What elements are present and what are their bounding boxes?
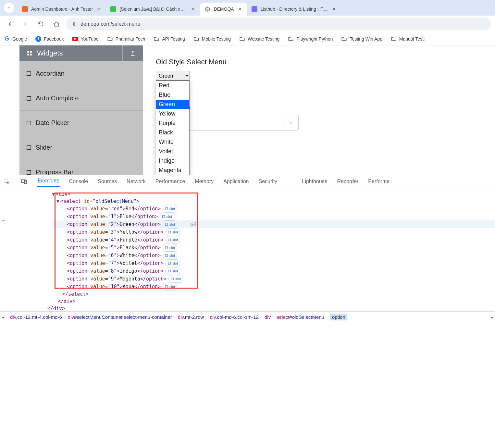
page-viewport: Widgets Accordian Auto Complete Date Pic… [0,45,495,175]
slot-badge[interactable]: slot [166,228,180,236]
bookmark-mobile testing[interactable]: Mobile Testing [193,36,231,42]
sidebar-item-label: Date Picker [36,119,69,127]
old-select-dropdown[interactable]: RedBlueGreenYellowPurpleBlackWhiteVoilet… [156,81,190,175]
sidebar-item-progress bar[interactable]: Progress Bar [19,160,143,175]
device-toolbar-icon[interactable] [19,177,29,186]
devtools-breadcrumbs[interactable]: ◂ div.col-12.mt-4.col-md-6div#selectMenu… [0,311,495,322]
slot-badge[interactable]: slot [163,283,177,291]
close-tab-icon[interactable]: ✕ [190,6,195,12]
bookmark-manual testi[interactable]: Manual Testi [391,36,425,42]
bookmark-label: API Testing [162,36,185,42]
svg-rect-11 [166,208,168,210]
bookmark-testing win app[interactable]: Testing Win App [341,36,382,42]
breadcrumb-4[interactable]: div [265,314,271,320]
breadcrumb-0[interactable]: div.col-12.mt-4.col-md-6 [10,314,62,320]
slot-badge[interactable]: slot [163,244,177,252]
bookmark-youtube[interactable]: YouTube [72,36,99,42]
inspect-element-icon[interactable] [2,177,11,186]
devtools-tab-application[interactable]: Application [223,176,249,187]
sidebar-item-slider[interactable]: Slider [19,135,143,160]
tabs-overflow-button[interactable] [4,3,14,13]
bookmark-google[interactable]: G Google [4,36,27,42]
bookmark-facebook[interactable]: f Facebook [35,36,64,42]
bookmark-api testing[interactable]: API Testing [154,36,185,42]
elements-tree[interactable]: ⋯ ▼<div>▼<select id="oldSelectMenu"> <op… [0,188,495,311]
sidebar-item-label: Accordian [36,70,65,77]
sidebar-item-label: Slider [36,144,52,151]
browser-tab-3[interactable]: Listhub - Directory & Listing HTML5 T ✕ [247,3,341,16]
devtools-tab-performa[interactable]: Performa [367,176,390,187]
devtools-tab-memory[interactable]: Memory [194,176,214,187]
old-select-element[interactable]: Green [156,71,190,81]
slot-badge[interactable]: slot [166,259,180,267]
sidebar-item-accordian[interactable]: Accordian [19,61,143,86]
slot-badge[interactable]: slot [168,275,183,283]
option-green[interactable]: Green [156,100,189,109]
sidebar-item-auto complete[interactable]: Auto Complete [19,86,143,110]
breadcrumb-6[interactable]: option [330,314,347,320]
sidebar-header-widgets[interactable]: Widgets [19,45,143,61]
folder-icon [391,36,397,42]
home-button[interactable] [51,18,62,30]
svg-rect-6 [27,54,29,56]
slot-badge[interactable]: slot [166,267,180,275]
devtools-tab-performance[interactable]: Performance [155,176,186,187]
export-icon[interactable] [122,45,136,61]
old-select-menu[interactable]: Green RedBlueGreenYellowPurpleBlackWhite… [156,71,190,81]
square-icon [27,145,31,150]
back-button[interactable] [4,18,16,30]
crumb-scroll-left[interactable]: ◂ [2,315,4,320]
breadcrumb-3[interactable]: div.col-md-6.col-sm-12 [210,314,259,320]
youtube-icon [72,36,78,42]
option-white[interactable]: White [156,137,189,147]
breadcrumb-2[interactable]: div.mt-2.row [178,314,204,320]
slot-badge[interactable]: slot [163,220,177,228]
option-yellow[interactable]: Yellow [156,109,189,118]
browser-tab-0[interactable]: Admin Dashboard - Anh Tester ✕ [18,3,106,16]
forward-button[interactable] [19,18,31,30]
sidebar-item-date picker[interactable]: Date Picker [19,110,143,135]
address-bar[interactable]: demoqa.com/select-menu [66,18,491,30]
bookmark-website testing[interactable]: Website Testing [239,36,279,42]
separator [283,119,283,127]
main-content: Old Style Select Menu Green RedBlueGreen… [143,45,476,175]
bookmark-phamiliar tech[interactable]: Phamiliar Tech [107,36,145,42]
option-indigo[interactable]: Indigo [156,156,189,166]
breadcrumb-5[interactable]: select#oldSelectMenu [277,314,324,320]
option-purple[interactable]: Purple [156,118,189,128]
site-settings-icon[interactable] [71,21,77,27]
slot-badge[interactable]: slot [160,213,174,220]
svg-rect-19 [168,270,171,272]
devtools-tab-lighthouse[interactable]: Lighthouse [301,176,328,187]
devtools-tab-elements[interactable]: Elements [37,175,60,187]
reload-button[interactable] [35,18,47,30]
devtools-tab-console[interactable]: Console [68,176,89,187]
collapse-dots[interactable]: ⋯ [2,218,6,224]
close-tab-icon[interactable]: ✕ [237,6,242,12]
slot-badge[interactable]: slot [166,236,180,244]
old-select-heading: Old Style Select Menu [156,58,463,66]
close-tab-icon[interactable]: ✕ [331,6,337,12]
chevron-down-icon [287,119,294,126]
slot-badge[interactable]: slot [163,205,177,213]
browser-tab-2[interactable]: DEMOQA ✕ [200,3,247,16]
tab-title: Listhub - Directory & Listing HTML5 T [261,6,328,12]
option-voilet[interactable]: Voilet [156,147,189,156]
devtools-tab-network[interactable]: Network [126,176,146,187]
option-magenta[interactable]: Magenta [156,166,189,175]
option-black[interactable]: Black [156,128,189,137]
tab-favicon [252,6,257,12]
devtools-tab-security[interactable]: Security [258,176,278,187]
bookmark-playwright python[interactable]: Playwright Python [288,36,333,42]
option-blue[interactable]: Blue [156,90,189,100]
devtools-tab-recorder[interactable]: Recorder [337,176,359,187]
devtools-tab-sources[interactable]: Sources [97,176,118,187]
folder-icon [341,36,347,42]
sidebar-item-label: Progress Bar [36,168,74,175]
browser-tab-1[interactable]: [Selenium Java] Bài 8: Cách xử lý Drop ✕ [106,3,200,16]
breadcrumb-1[interactable]: div#selectMenuContainer.select-menu-cont… [68,314,172,320]
crumb-scroll-right[interactable]: ▸ [491,315,493,320]
slot-badge[interactable]: slot [163,252,177,259]
option-red[interactable]: Red [156,81,189,90]
close-tab-icon[interactable]: ✕ [96,6,101,12]
